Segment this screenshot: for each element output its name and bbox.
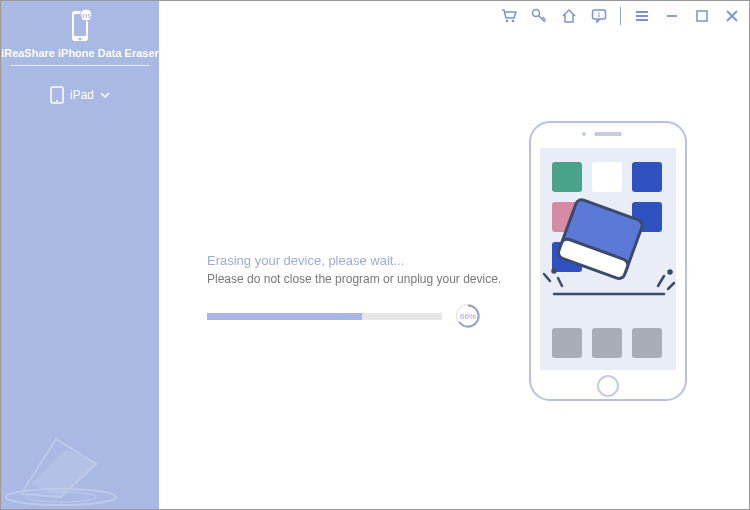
divider	[11, 65, 149, 66]
feedback-icon[interactable]	[590, 7, 608, 25]
progress-panel: Erasing your device, please wait... Plea…	[207, 253, 527, 328]
phone-illustration	[524, 116, 694, 406]
svg-point-6	[56, 100, 58, 102]
svg-rect-23	[632, 162, 662, 192]
cart-icon[interactable]	[500, 7, 518, 25]
chevron-down-icon	[100, 92, 110, 98]
progress-row: 66%	[207, 304, 527, 328]
svg-rect-22	[592, 162, 622, 192]
svg-point-38	[669, 271, 672, 274]
svg-point-10	[512, 20, 515, 23]
key-icon[interactable]	[530, 7, 548, 25]
svg-point-2	[79, 38, 82, 41]
svg-point-37	[553, 270, 556, 273]
svg-point-20	[582, 132, 586, 136]
phone-logo-icon: iOS	[62, 9, 98, 45]
svg-rect-29	[632, 328, 662, 358]
close-icon[interactable]	[723, 7, 741, 25]
main-content: Erasing your device, please wait... Plea…	[159, 1, 749, 509]
status-title: Erasing your device, please wait...	[207, 253, 527, 268]
svg-text:iOS: iOS	[81, 13, 91, 19]
svg-rect-15	[697, 11, 707, 21]
progress-fill	[207, 313, 362, 320]
device-label: iPad	[70, 88, 94, 102]
home-icon[interactable]	[560, 7, 578, 25]
ipad-icon	[50, 86, 64, 104]
svg-rect-19	[594, 132, 622, 136]
menu-icon[interactable]	[633, 7, 651, 25]
svg-rect-27	[552, 328, 582, 358]
svg-rect-28	[592, 328, 622, 358]
titlebar-controls	[500, 7, 741, 25]
svg-point-11	[533, 10, 540, 17]
svg-point-9	[506, 20, 509, 23]
svg-point-13	[598, 12, 600, 14]
percent-label: 66%	[460, 312, 476, 321]
eraser-decoration-icon	[1, 389, 159, 509]
device-selector[interactable]: iPad	[50, 86, 110, 104]
minimize-icon[interactable]	[663, 7, 681, 25]
sidebar: iOS iReaShare iPhone Data Eraser iPad	[1, 1, 159, 509]
app-window: iOS iReaShare iPhone Data Eraser iPad	[0, 0, 750, 510]
svg-rect-14	[598, 15, 599, 18]
progress-percent: 66%	[456, 304, 480, 328]
maximize-icon[interactable]	[693, 7, 711, 25]
svg-rect-21	[552, 162, 582, 192]
app-title: iReaShare iPhone Data Eraser	[1, 47, 159, 65]
status-warning: Please do not close the program or unplu…	[207, 272, 527, 286]
app-logo: iOS	[1, 1, 159, 45]
progress-bar	[207, 313, 442, 320]
separator	[620, 7, 621, 25]
